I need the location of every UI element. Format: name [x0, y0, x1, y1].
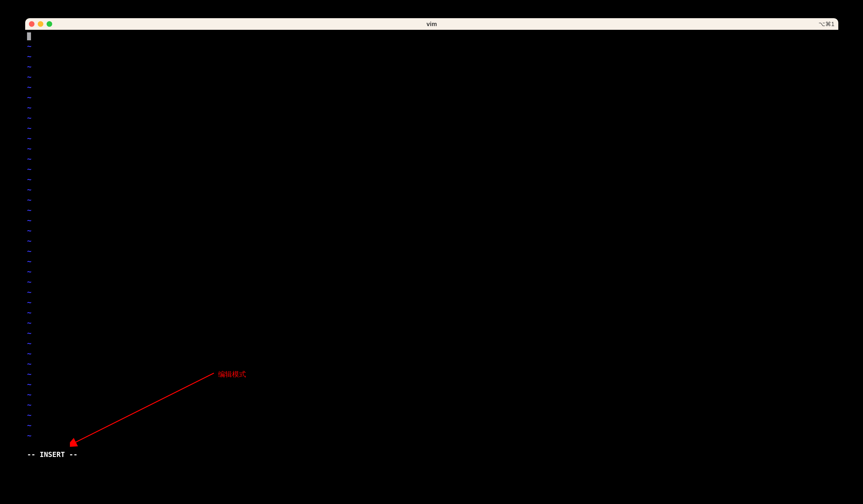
tilde-line: ~ — [27, 102, 836, 113]
terminal-body[interactable]: ~~~~~~~~~~~~~~~~~~~~~~~~~~~~~~~~~~~~~~~ … — [25, 30, 838, 461]
tilde-line: ~ — [27, 379, 836, 389]
tilde-line: ~ — [27, 215, 836, 225]
tilde-line: ~ — [27, 174, 836, 185]
tilde-line: ~ — [27, 236, 836, 246]
tilde-line: ~ — [27, 154, 836, 164]
tilde-line: ~ — [27, 82, 836, 92]
cursor — [27, 33, 31, 40]
tilde-line: ~ — [27, 246, 836, 256]
tilde-line: ~ — [27, 205, 836, 215]
tilde-line: ~ — [27, 185, 836, 195]
window-title: vim — [427, 21, 437, 28]
maximize-button[interactable] — [47, 21, 52, 27]
tilde-line: ~ — [27, 164, 836, 174]
tilde-line: ~ — [27, 420, 836, 430]
minimize-button[interactable] — [38, 21, 43, 27]
tilde-line: ~ — [27, 369, 836, 379]
traffic-lights — [29, 21, 52, 27]
tilde-line: ~ — [27, 113, 836, 123]
tilde-line: ~ — [27, 318, 836, 328]
vim-status-line: -- INSERT -- — [27, 450, 78, 460]
tilde-line: ~ — [27, 51, 836, 62]
tilde-line: ~ — [27, 328, 836, 338]
tilde-line: ~ — [27, 92, 836, 102]
window-titlebar: vim ⌥⌘1 — [25, 18, 838, 30]
tilde-line: ~ — [27, 62, 836, 72]
tilde-line: ~ — [27, 307, 836, 318]
tilde-line: ~ — [27, 297, 836, 307]
tilde-line: ~ — [27, 338, 836, 349]
tilde-line: ~ — [27, 430, 836, 441]
tilde-line: ~ — [27, 277, 836, 287]
tilde-lines: ~~~~~~~~~~~~~~~~~~~~~~~~~~~~~~~~~~~~~~~ — [27, 41, 836, 441]
tilde-line: ~ — [27, 256, 836, 266]
terminal-window: vim ⌥⌘1 ~~~~~~~~~~~~~~~~~~~~~~~~~~~~~~~~… — [25, 18, 838, 461]
tilde-line: ~ — [27, 389, 836, 400]
tilde-line: ~ — [27, 225, 836, 236]
tilde-line: ~ — [27, 410, 836, 420]
tilde-line: ~ — [27, 72, 836, 82]
tilde-line: ~ — [27, 400, 836, 410]
tilde-line: ~ — [27, 266, 836, 277]
tilde-line: ~ — [27, 349, 836, 359]
tilde-line: ~ — [27, 359, 836, 369]
tilde-line: ~ — [27, 195, 836, 205]
tilde-line: ~ — [27, 41, 836, 51]
tilde-line: ~ — [27, 143, 836, 154]
tilde-line: ~ — [27, 123, 836, 133]
tilde-line: ~ — [27, 133, 836, 143]
window-shortcut-label: ⌥⌘1 — [818, 21, 835, 27]
close-button[interactable] — [29, 21, 35, 27]
tilde-line: ~ — [27, 287, 836, 297]
editor-line-0[interactable] — [27, 31, 836, 41]
